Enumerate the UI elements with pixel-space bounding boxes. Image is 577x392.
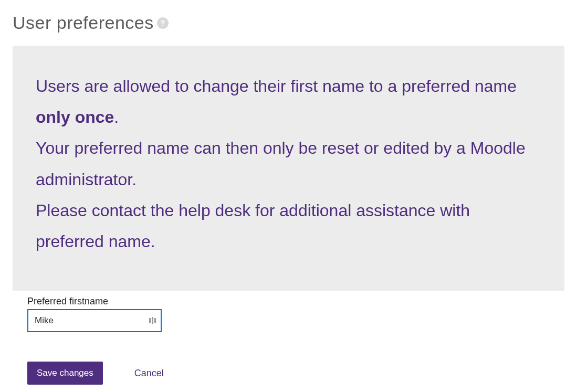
notice-line1-pre: Users are allowed to change their first …	[36, 77, 517, 96]
input-wrapper	[27, 316, 162, 325]
notice-line2: Your preferred name can then only be res…	[36, 139, 526, 188]
notice-line1-bold: only once	[36, 108, 114, 126]
preferred-firstname-field: Preferred firstname	[27, 296, 564, 332]
notice-box: Users are allowed to change their first …	[13, 46, 564, 291]
form-actions: Save changes Cancel	[27, 362, 564, 385]
notice-line1-post: .	[114, 108, 119, 126]
page-title-row: User preferences ?	[13, 13, 564, 33]
help-icon[interactable]: ?	[157, 17, 169, 29]
page-title: User preferences	[13, 13, 154, 33]
notice-text: Users are allowed to change their first …	[36, 71, 541, 257]
save-button[interactable]: Save changes	[27, 362, 103, 385]
preferred-firstname-label: Preferred firstname	[27, 296, 564, 307]
notice-line3: Please contact the help desk for additio…	[36, 201, 470, 251]
cancel-link[interactable]: Cancel	[134, 368, 164, 379]
preferred-firstname-input[interactable]	[27, 309, 162, 332]
